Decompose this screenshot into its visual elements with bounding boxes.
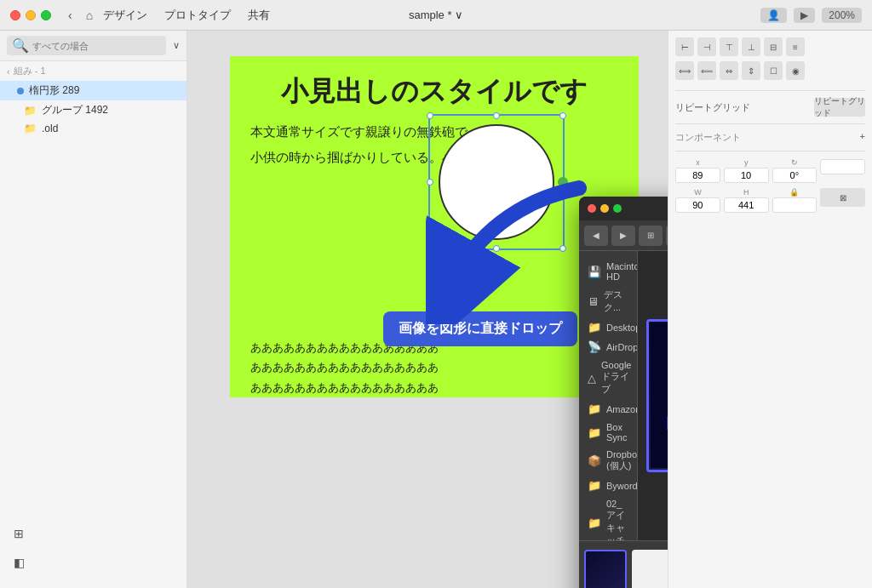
- fm-image-container: [638, 251, 668, 540]
- fm-item-desktop2[interactable]: 🖥 デスク...: [579, 285, 637, 317]
- constrain-button[interactable]: ⊠: [820, 188, 865, 207]
- fm-title: デスクトップ: [627, 202, 668, 216]
- fm-list[interactable]: ≡: [666, 225, 668, 246]
- layers-icon[interactable]: ⊞: [10, 525, 27, 542]
- bottom-text-3: あああああああああああああああああ: [250, 378, 618, 397]
- fm-item-macintosh[interactable]: 💾 Macintosh HD: [579, 258, 637, 285]
- flip-v[interactable]: ⇕: [742, 61, 760, 80]
- layer-item-old[interactable]: 📁 .old: [0, 120, 186, 137]
- align-right[interactable]: ⊤: [720, 37, 738, 56]
- fm-titlebar: デスクトップ: [579, 197, 668, 220]
- lock-input[interactable]: [772, 197, 818, 213]
- flip-h[interactable]: ⇔: [720, 61, 738, 80]
- app-body: 🔍 ∨ ‹ 組み - 1 楕円形 289 📁 グループ 1492 📁 .old …: [0, 31, 872, 588]
- fm-grid[interactable]: ⊞: [639, 225, 663, 246]
- home-button[interactable]: ⌂: [83, 7, 96, 24]
- y-input[interactable]: [724, 168, 769, 183]
- handle-tr[interactable]: [559, 112, 566, 119]
- w-input[interactable]: [675, 197, 720, 213]
- search-icon: 🔍: [12, 37, 29, 54]
- shape-container[interactable]: [428, 114, 565, 250]
- dropdown-arrow[interactable]: ∨: [173, 40, 180, 51]
- gdrive-icon: △: [588, 372, 596, 385]
- repeat-grid-button[interactable]: リピートグリッド: [814, 98, 865, 117]
- search-box[interactable]: 🔍: [7, 36, 166, 55]
- x-input[interactable]: [675, 168, 720, 183]
- menu-design[interactable]: デザイン: [103, 8, 147, 23]
- x-label: x: [675, 158, 720, 167]
- assets-icon[interactable]: ◧: [10, 554, 27, 571]
- canvas-heading: 小見出しのスタイルです: [250, 73, 618, 111]
- fm-label: Desktop: [606, 323, 638, 333]
- fm-item-boxsync[interactable]: 📁 Box Sync: [579, 419, 637, 446]
- layer-item-group[interactable]: 📁 グループ 1492: [0, 100, 186, 120]
- repeat-grid-row: リピートグリッド リピートグリッド: [675, 98, 865, 117]
- distribute-v[interactable]: ⟸: [697, 61, 716, 80]
- zoom-control[interactable]: 200%: [822, 8, 862, 23]
- h-input[interactable]: [724, 197, 769, 213]
- fm-item-02[interactable]: 📁 02_アイキャッチ: [579, 495, 637, 540]
- align-center-v[interactable]: ⊟: [764, 37, 783, 56]
- network-image-svg: [651, 323, 668, 468]
- align-center-h[interactable]: ⊣: [697, 37, 716, 56]
- user-icon[interactable]: 👤: [760, 8, 787, 23]
- search-input[interactable]: [32, 41, 161, 51]
- align-bottom[interactable]: ≡: [786, 37, 805, 56]
- handle-br[interactable]: [559, 245, 566, 252]
- folder-icon: 📁: [24, 105, 37, 117]
- bottom-text-2: あああああああああああああああああ: [250, 357, 618, 377]
- align-left[interactable]: ⊢: [675, 37, 694, 56]
- fm-back[interactable]: ◀: [584, 225, 608, 246]
- handle-ml[interactable]: [427, 179, 433, 186]
- rotate-icon: ↻: [772, 158, 818, 167]
- handle-tl[interactable]: [427, 112, 433, 119]
- fm-forward[interactable]: ▶: [611, 225, 635, 246]
- fm-item-dropbox[interactable]: 📦 Dropbox (個人): [579, 446, 637, 476]
- fm-item-amazon[interactable]: 📁 AmazonDrive: [579, 399, 637, 419]
- canvas-area[interactable]: 小見出しのスタイルです 本文通常サイズです親譲りの無鉄砲で 小供の時から掴ばかり…: [187, 31, 668, 588]
- boolean[interactable]: ◉: [786, 61, 805, 80]
- minimize-button[interactable]: [26, 10, 36, 20]
- handle-tm[interactable]: [493, 112, 500, 119]
- window-title: sample * ∨: [409, 9, 463, 21]
- rotate-input[interactable]: [772, 168, 818, 183]
- repeat-grid-label: リピートグリッド: [675, 101, 811, 114]
- collapse-icon: ‹: [7, 66, 10, 77]
- fm-item-airdrop[interactable]: 📡 AirDrop: [579, 337, 637, 357]
- distribute-h[interactable]: ⟺: [675, 61, 694, 80]
- handle-bl[interactable]: [427, 245, 433, 252]
- alignment-section: ⊢ ⊣ ⊤ ⊥ ⊟ ≡ ⟺ ⟸ ⇔ ⇕ ☐ ◉: [675, 37, 865, 80]
- hd-icon: 💾: [588, 265, 601, 278]
- menu-share[interactable]: 共有: [248, 8, 270, 23]
- fm-item-gdrive[interactable]: △ Google ドライブ: [579, 357, 637, 399]
- nav-buttons: ‹ ⌂: [65, 7, 96, 24]
- selected-image: [646, 319, 668, 472]
- back-button[interactable]: ‹: [65, 7, 76, 24]
- folder-icon: 📁: [24, 123, 37, 134]
- group[interactable]: ☐: [764, 61, 783, 80]
- fm-item-desktop[interactable]: 📁 Desktop: [579, 317, 637, 337]
- layer-group-header[interactable]: ‹ 組み - 1: [0, 61, 186, 81]
- tooltip-box: 画像を図形に直接ドロップ: [383, 311, 577, 346]
- amazon-icon: 📁: [588, 402, 601, 415]
- dropbox-icon: 📦: [588, 454, 601, 467]
- fm-item-byword[interactable]: 📁 Byword: [579, 476, 637, 495]
- fm-thumb-1[interactable]: [584, 550, 627, 589]
- menu-prototype[interactable]: プロトタイプ: [164, 8, 231, 23]
- play-button[interactable]: ▶: [794, 8, 815, 23]
- layer-item-ellipse[interactable]: 楕円形 289: [0, 81, 186, 100]
- fm-thumb-2[interactable]: [632, 550, 668, 589]
- fm-bottom-bar: ⏱ 定時計測り設定 ✏ マークアップ ⊕ その他...: [579, 540, 668, 588]
- close-button[interactable]: [10, 10, 20, 20]
- byword-icon: 📁: [588, 479, 601, 492]
- layer-label: 楕円形 289: [29, 83, 79, 98]
- extra-input[interactable]: [820, 159, 865, 174]
- handle-bm[interactable]: [493, 245, 500, 252]
- box-icon: 📁: [588, 426, 601, 439]
- component-section: コンポーネント +: [675, 131, 865, 144]
- maximize-button[interactable]: [41, 10, 51, 20]
- fm-sidebar: 💾 Macintosh HD 🖥 デスク... 📁 Desktop 📡 AirD…: [579, 251, 638, 540]
- add-component-button[interactable]: +: [860, 131, 865, 144]
- component-label: コンポーネント: [675, 131, 741, 144]
- align-top[interactable]: ⊥: [742, 37, 760, 56]
